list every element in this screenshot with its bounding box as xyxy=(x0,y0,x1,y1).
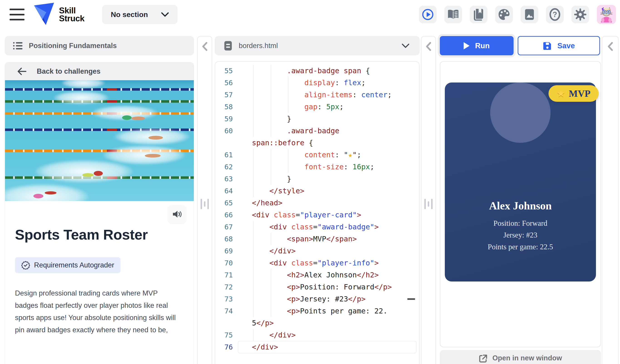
navbar-icon-group: ? xyxy=(419,5,616,24)
code-line[interactable]: 71 <h2>Alex Johnson</h2> xyxy=(215,269,419,281)
image-icon[interactable] xyxy=(521,6,538,23)
drag-handle[interactable] xyxy=(201,199,209,209)
preview-panel: Run Save ★ MVP Alex Johnson Position: Fo… xyxy=(440,36,601,364)
profile-avatar[interactable] xyxy=(597,5,616,24)
code-line[interactable]: 57 align-items: center; xyxy=(215,89,419,101)
run-label: Run xyxy=(475,42,490,50)
code-line[interactable]: 72 <p>Position: Forward</p> xyxy=(215,281,419,293)
line-number: 66 xyxy=(215,209,239,221)
code-rows: 55 .award-badge span {56 display: flex;5… xyxy=(215,65,419,353)
panel-divider-right[interactable] xyxy=(602,36,619,364)
library-bookmark-icon[interactable] xyxy=(470,6,487,23)
code-line[interactable]: 66<div class="player-card"> xyxy=(215,209,419,221)
line-number: 55 xyxy=(215,65,239,77)
play-circle-icon[interactable] xyxy=(419,6,437,23)
palette-icon[interactable] xyxy=(495,6,513,23)
line-number: 56 xyxy=(215,77,239,89)
line-number: 60 xyxy=(215,125,239,137)
file-icon xyxy=(224,41,232,51)
code-line[interactable]: 75 </div> xyxy=(215,329,419,341)
code-line[interactable]: 61 content: "★"; xyxy=(215,149,419,161)
code-line[interactable]: 64 </style> xyxy=(215,185,419,197)
hamburger-menu-icon[interactable] xyxy=(10,9,25,20)
seal-check-icon xyxy=(21,261,30,269)
player-name: Alex Johnson xyxy=(445,200,596,212)
collapse-left-icon[interactable] xyxy=(425,42,432,51)
brand-logo[interactable]: Skill Struck xyxy=(33,2,84,27)
speaker-icon xyxy=(172,210,182,219)
arrow-left-icon xyxy=(17,68,27,75)
drag-handle[interactable] xyxy=(424,199,433,209)
mvp-label: MVP xyxy=(569,88,590,99)
play-icon xyxy=(464,42,469,49)
code-line[interactable]: 60 .award-badge xyxy=(215,125,419,137)
code-line[interactable]: 76</div> xyxy=(215,341,419,353)
course-title: Positioning Fundamentals xyxy=(29,42,117,50)
code-editor-panel: borders.html 55 .award-badge span {56 di… xyxy=(215,36,420,364)
top-navbar: Skill Struck No section ? xyxy=(0,0,620,29)
code-line[interactable]: 62 font-size: 16px; xyxy=(215,161,419,173)
code-line[interactable]: 59 } xyxy=(215,113,419,125)
line-number: 75 xyxy=(215,329,239,341)
external-link-icon xyxy=(479,354,487,363)
back-label: Back to challenges xyxy=(37,67,101,75)
line-number: 74 xyxy=(215,305,239,317)
line-number: 68 xyxy=(215,233,239,245)
list-icon xyxy=(13,42,23,50)
collapse-left-icon[interactable] xyxy=(607,42,614,51)
course-header[interactable]: Positioning Fundamentals xyxy=(5,36,194,55)
line-number: 63 xyxy=(215,173,239,185)
panel-divider-middle[interactable] xyxy=(421,36,436,364)
player-photo-placeholder xyxy=(490,83,551,143)
code-line[interactable]: 55 .award-badge span { xyxy=(215,65,419,77)
lesson-description: Design professional trading cards where … xyxy=(15,287,177,336)
code-line[interactable]: 56 display: flex; xyxy=(215,77,419,89)
save-label: Save xyxy=(557,42,575,50)
code-line[interactable]: 68 <span>MVP</span> xyxy=(215,233,419,245)
player-stats: Position: Forward Jersey: #23 Points per… xyxy=(445,217,596,253)
line-number: 72 xyxy=(215,281,239,293)
scroll-marker xyxy=(407,298,415,300)
line-number: 61 xyxy=(215,149,239,161)
code-line[interactable]: 73 <p>Jersey: #23</p> xyxy=(215,293,419,305)
code-line[interactable]: span::before { xyxy=(215,137,419,149)
line-number xyxy=(215,137,239,149)
settings-gear-icon[interactable] xyxy=(572,6,589,23)
mvp-badge: ★ MVP xyxy=(548,85,599,102)
lesson-card: Back to challenges xyxy=(5,62,194,364)
code-line[interactable]: 70 <div class="player-info"> xyxy=(215,257,419,269)
player-points: Points per game: 22.5 xyxy=(445,241,596,253)
collapse-left-icon[interactable] xyxy=(201,42,208,51)
code-line[interactable]: 5</p> xyxy=(215,317,419,329)
panel-divider-left[interactable] xyxy=(197,36,212,364)
code-line[interactable]: 65</head> xyxy=(215,197,419,209)
code-line[interactable]: 58 gap: 5px; xyxy=(215,101,419,113)
code-line[interactable]: 63 } xyxy=(215,173,419,185)
section-selector[interactable]: No section xyxy=(102,5,177,24)
chevron-down-icon[interactable] xyxy=(402,43,410,48)
line-number: 76 xyxy=(215,341,239,353)
line-number: 70 xyxy=(215,257,239,269)
chevron-down-icon xyxy=(161,12,169,17)
svg-text:?: ? xyxy=(553,10,557,19)
file-tab[interactable]: borders.html xyxy=(215,36,420,55)
player-position: Position: Forward xyxy=(445,217,596,229)
code-line[interactable]: 67 <div class="award-badge"> xyxy=(215,221,419,233)
open-in-new-window-button[interactable]: Open in new window xyxy=(440,350,601,364)
line-number xyxy=(215,317,239,329)
back-to-challenges-button[interactable]: Back to challenges xyxy=(5,62,194,80)
book-open-icon[interactable] xyxy=(444,6,462,23)
read-aloud-button[interactable] xyxy=(168,205,186,223)
player-jersey: Jersey: #23 xyxy=(445,229,596,241)
code-editor[interactable]: 55 .award-badge span {56 display: flex;5… xyxy=(215,61,420,364)
line-number: 67 xyxy=(215,221,239,233)
code-line[interactable]: 69 </div> xyxy=(215,245,419,257)
render-preview: ★ MVP Alex Johnson Position: Forward Jer… xyxy=(440,61,601,347)
star-icon: ★ xyxy=(557,88,565,99)
save-button[interactable]: Save xyxy=(518,36,600,55)
lesson-image xyxy=(5,80,194,201)
run-button[interactable]: Run xyxy=(440,36,513,55)
help-icon[interactable]: ? xyxy=(546,6,564,23)
code-line[interactable]: 74 <p>Points per game: 22. xyxy=(215,305,419,317)
line-number: 65 xyxy=(215,197,239,209)
